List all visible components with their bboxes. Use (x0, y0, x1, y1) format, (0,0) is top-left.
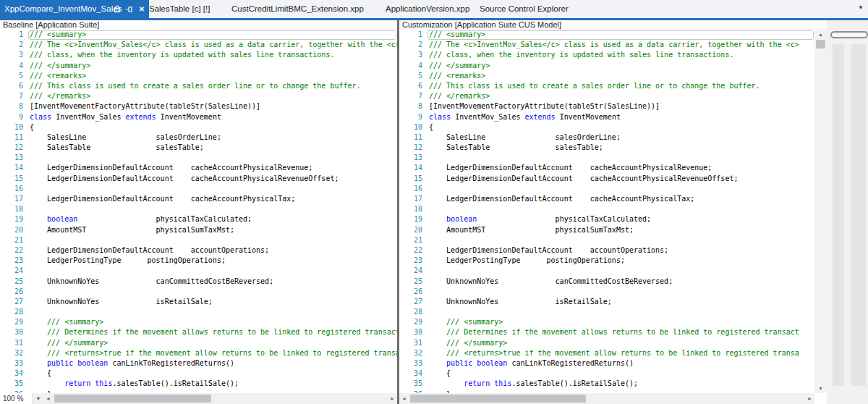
code-text: [InventMovementFactoryAttribute(tableStr… (30, 101, 260, 111)
code-line: 5/// <remarks> (0, 71, 397, 81)
scroll-right-arrow[interactable]: ► (805, 393, 814, 404)
editor-zoom-level[interactable]: 100 % (0, 393, 33, 404)
scroll-down-arrow[interactable]: ▼ (814, 384, 827, 393)
line-number: 31 (399, 338, 422, 348)
code-line: 9class InventMov_Sales extends InventMov… (399, 112, 814, 122)
code-line: 10{ (0, 122, 397, 132)
scroll-right-arrow[interactable]: ► (388, 393, 397, 404)
code-line: 29 /// <summary> (0, 317, 397, 327)
code-line: 3/// class, when the inventory is update… (399, 50, 814, 60)
zoom-dropdown-icon[interactable]: ▼ (33, 393, 43, 404)
code-text: /// Determines if the movement allows re… (429, 327, 799, 337)
code-line: 27 UnknownNoYes isRetailSale; (399, 297, 814, 307)
scroll-left-arrow[interactable]: ◄ (43, 393, 53, 404)
code-line: 3/// class, when the inventory is update… (0, 50, 397, 60)
code-text: /// <remarks> (429, 71, 485, 81)
tab-source-control-explorer[interactable]: Source Control Explorer (480, 0, 569, 18)
code-line: 7/// </remarks> (0, 91, 397, 101)
code-line: 24 (399, 266, 814, 276)
line-number: 30 (0, 327, 23, 337)
code-line: 16 (0, 184, 397, 194)
code-line: 34 { (0, 369, 397, 379)
line-number: 34 (0, 369, 23, 379)
code-line: 25 UnknownNoYes canCommittedCostBeRevers… (0, 277, 397, 287)
scrollbar-pill-thumb[interactable] (830, 31, 868, 38)
tab-applicationversion[interactable]: ApplicationVersion.xpp (386, 0, 469, 18)
stripe-decoration (851, 44, 866, 386)
code-text: /// The <c>InventMov_Sales</c> class is … (429, 40, 799, 50)
code-line: 32 /// <returns>true if the movement all… (0, 348, 397, 358)
baseline-code: 1/// <summary>2/// The <c>InventMov_Sale… (0, 30, 397, 393)
line-number: 2 (399, 40, 422, 50)
line-number: 9 (0, 112, 23, 122)
line-number: 13 (0, 153, 23, 163)
code-text: LedgerPostingType postingOperations; (30, 256, 226, 266)
code-line: 33 public boolean canLinkToRegisteredRet… (399, 358, 814, 369)
customization-vertical-scrollbar: ▲ ▼ (814, 30, 827, 393)
scrollbar-thumb[interactable] (816, 40, 825, 49)
line-number: 33 (399, 358, 422, 369)
code-text: class InventMov_Sales extends InventMove… (429, 112, 621, 122)
code-text: LedgerDimensionDefaultAccount cacheAccou… (30, 163, 312, 173)
scrollbar-thumb[interactable] (410, 395, 586, 403)
code-text: LedgerDimensionDefaultAccount cacheAccou… (30, 174, 339, 184)
code-text: SalesTable salesTable; (30, 143, 204, 153)
tab-overflow-dropdown-icon[interactable]: ▼ (858, 4, 864, 11)
line-number: 5 (399, 71, 422, 81)
pin-icon[interactable] (125, 5, 134, 14)
line-number: 1 (399, 30, 422, 40)
line-number: 21 (399, 235, 422, 245)
scrollbar-track[interactable] (53, 393, 388, 404)
scrollbar-thumb[interactable] (54, 395, 211, 403)
code-text: UnknownNoYes isRetailSale; (429, 297, 612, 307)
line-number: 7 (399, 91, 422, 101)
close-icon[interactable]: ✕ (137, 5, 146, 14)
code-line: 21 (0, 235, 397, 245)
code-text: AmountMST physicalSumTaxMst; (30, 225, 234, 235)
code-line: 26 (399, 287, 814, 297)
scroll-up-arrow[interactable]: ▲ (814, 30, 827, 39)
line-number: 12 (399, 143, 422, 153)
code-line: 4/// </summary> (399, 61, 814, 71)
code-line: 23 LedgerPostingType postingOperations; (0, 256, 397, 266)
code-text: public boolean canLinkToRegisteredReturn… (30, 358, 234, 369)
code-text: LedgerDimensionDefaultAccount accountOpe… (429, 245, 668, 256)
tab-label: XppCompare_InventMov_Sales (4, 0, 122, 18)
code-line: 28 (399, 307, 814, 317)
code-text: { (429, 122, 433, 132)
code-text: UnknownNoYes isRetailSale; (30, 297, 213, 307)
code-line: 10{ (399, 122, 814, 132)
code-line: 19 boolean physicalTaxCalculated; (399, 214, 814, 224)
code-line: 20 AmountMST physicalSumTaxMst; (0, 225, 397, 235)
tab-salestable[interactable]: SalesTable [c] [!] (149, 0, 210, 18)
code-text: /// class, when the inventory is updated… (30, 50, 334, 60)
tab-custcreditlimitbmc-extension[interactable]: CustCreditLimitBMC_Extension.xpp (231, 0, 364, 18)
line-number: 19 (399, 214, 422, 224)
code-line: 14 LedgerDimensionDefaultAccount cacheAc… (0, 163, 397, 173)
line-number: 17 (0, 194, 23, 204)
customization-code-editor[interactable]: 1/// <summary>2/// The <c>InventMov_Sale… (399, 30, 814, 393)
line-number: 31 (0, 338, 23, 348)
line-number: 14 (399, 163, 422, 173)
scroll-left-arrow[interactable]: ◄ (399, 393, 409, 404)
tab-xppcompare-inventmov-sales[interactable]: XppCompare_InventMov_Sales ✕ (0, 0, 149, 18)
line-number: 35 (399, 379, 422, 389)
code-line: 14 LedgerDimensionDefaultAccount cacheAc… (399, 163, 814, 173)
line-number: 8 (0, 101, 23, 111)
line-number: 25 (399, 277, 422, 287)
line-number: 23 (0, 256, 23, 266)
code-text: { (30, 122, 34, 132)
code-line: 21 (399, 235, 814, 245)
code-text: AmountMST physicalSumTaxMst; (429, 225, 634, 235)
code-line: 12 SalesTable salesTable; (399, 143, 814, 153)
baseline-code-editor[interactable]: 1/// <summary>2/// The <c>InventMov_Sale… (0, 30, 397, 393)
line-number: 22 (399, 245, 422, 256)
code-line: 30 /// Determines if the movement allows… (399, 327, 814, 337)
code-line: 22 LedgerDimensionDefaultAccount account… (399, 245, 814, 256)
code-text: [InventMovementFactoryAttribute(tableStr… (429, 101, 660, 111)
code-line: 22 LedgerDimensionDefaultAccount account… (0, 245, 397, 256)
code-text: boolean physicalTaxCalculated; (30, 214, 252, 224)
code-line: 12 SalesTable salesTable; (0, 143, 397, 153)
code-line: 27 UnknownNoYes isRetailSale; (0, 297, 397, 307)
scrollbar-track[interactable] (409, 393, 805, 404)
